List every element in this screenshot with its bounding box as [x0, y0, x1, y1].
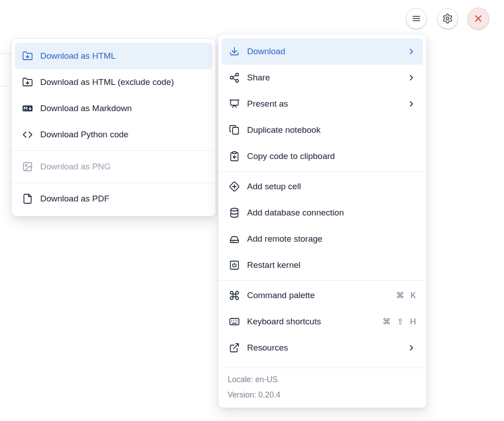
menu-item-download-as-html[interactable]: Download as HTML: [15, 43, 212, 69]
menu-item-label: Download as PDF: [40, 194, 109, 204]
menu-separator: [12, 150, 215, 151]
chevron-right-icon: [407, 343, 416, 352]
hard-drive-icon: [229, 234, 240, 244]
menu-item-download-as-png: Download as PNG: [15, 154, 212, 180]
menu-footer: Locale: en-US Version: 0.20.4: [219, 368, 426, 407]
command-icon: [229, 290, 240, 301]
menu-item-label: Restart kernel: [247, 260, 300, 270]
shortcut-hint: ⌘ ⇧ H: [383, 317, 416, 327]
menu-separator: [219, 171, 426, 172]
menu-item-restart-kernel[interactable]: Restart kernel: [222, 252, 423, 278]
markdown-download-icon: [22, 103, 33, 114]
shutdown-button[interactable]: [467, 8, 489, 29]
menu-item-add-database-connection[interactable]: Add database connection: [222, 200, 423, 226]
menu-item-download-as-html-exclude-code[interactable]: Download as HTML (exclude code): [15, 69, 212, 95]
locale-text: Locale: en-US: [228, 372, 417, 387]
power-square-icon: [229, 260, 240, 271]
menu-item-label: Download as PNG: [40, 162, 111, 172]
folder-down-icon: [22, 51, 33, 61]
code-icon: [22, 129, 33, 140]
menu-item-label: Duplicate notebook: [247, 125, 321, 135]
download-icon: [229, 46, 240, 57]
settings-button[interactable]: [437, 8, 458, 29]
external-link-icon: [229, 342, 240, 353]
chevron-right-icon: [407, 99, 416, 108]
diamond-plus-icon: [229, 181, 240, 192]
file-icon: [22, 193, 33, 204]
keyboard-icon: [229, 316, 240, 327]
menu-item-label: Add remote storage: [247, 234, 322, 244]
menu-separator: [219, 280, 426, 281]
menu-item-add-remote-storage[interactable]: Add remote storage: [222, 226, 423, 252]
menu-item-label: Add database connection: [247, 208, 344, 218]
menu-item-copy-code-to-clipboard[interactable]: Copy code to clipboard: [222, 143, 423, 169]
menu-item-present-as[interactable]: Present as: [222, 91, 423, 117]
menu-item-add-setup-cell[interactable]: Add setup cell: [222, 173, 423, 200]
folder-down-icon: [22, 77, 33, 88]
menu-item-label: Present as: [247, 99, 288, 109]
menu-separator: [12, 182, 215, 183]
menu-item-duplicate-notebook[interactable]: Duplicate notebook: [222, 117, 423, 143]
chevron-right-icon: [407, 73, 416, 82]
menu-item-label: Copy code to clipboard: [247, 151, 335, 161]
background-cell-border: [0, 86, 12, 86]
share-icon: [229, 72, 240, 83]
version-text: Version: 0.20.4: [228, 387, 417, 402]
chevron-right-icon: [407, 47, 416, 56]
menu-item-share[interactable]: Share: [222, 65, 423, 91]
shortcut-hint: ⌘ K: [396, 290, 416, 300]
menu-item-resources[interactable]: Resources: [222, 335, 423, 361]
background-cell-border: [0, 53, 12, 54]
clipboard-copy-icon: [229, 151, 240, 162]
database-icon: [229, 207, 240, 218]
duplicate-icon: [229, 125, 240, 136]
menu-item-label: Download as HTML: [40, 51, 116, 61]
menu-item-label: Add setup cell: [247, 182, 301, 192]
menu-item-download-as-markdown[interactable]: Download as Markdown: [15, 95, 212, 122]
menu-item-label: Download as HTML (exclude code): [40, 77, 174, 87]
menu-item-command-palette[interactable]: Command palette ⌘ K: [222, 282, 423, 309]
menu-item-label: Download: [247, 47, 285, 56]
menu-item-label: Command palette: [247, 290, 315, 300]
menu-item-label: Download Python code: [40, 130, 128, 140]
image-icon: [22, 161, 33, 172]
download-submenu: Download as HTML Download as HTML (exclu…: [11, 38, 216, 216]
presentation-icon: [229, 98, 240, 109]
notebook-menu-button[interactable]: [406, 8, 427, 29]
menu-item-label: Share: [247, 73, 270, 83]
menu-item-download-python-code[interactable]: Download Python code: [15, 122, 212, 148]
menu-item-download[interactable]: Download: [222, 38, 423, 65]
notebook-actions-menu: Download Share Present as Duplicate note…: [218, 34, 427, 408]
gear-icon: [442, 13, 453, 24]
hamburger-icon: [411, 13, 422, 24]
menu-item-keyboard-shortcuts[interactable]: Keyboard shortcuts ⌘ ⇧ H: [222, 309, 423, 335]
menu-item-download-as-pdf[interactable]: Download as PDF: [15, 186, 212, 212]
menu-item-label: Resources: [247, 343, 288, 353]
menu-item-label: Keyboard shortcuts: [247, 317, 321, 327]
menu-item-label: Download as Markdown: [40, 103, 132, 113]
close-icon: [473, 13, 484, 24]
